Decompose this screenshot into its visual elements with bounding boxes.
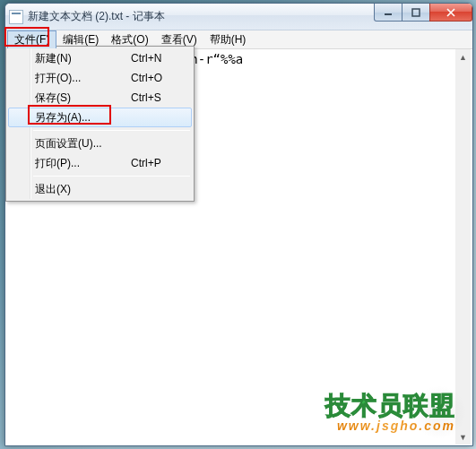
menu-item-pagesetup[interactable]: 页面设置(U)... — [8, 134, 192, 153]
minimize-button[interactable] — [374, 4, 402, 22]
menu-item-save[interactable]: 保存(S) Ctrl+S — [8, 88, 192, 108]
menu-item-label: 另存为(A)... — [35, 110, 130, 125]
menu-file[interactable]: 文件(F) — [7, 30, 56, 48]
dropdown-separator — [33, 130, 190, 131]
window-controls — [375, 4, 472, 22]
menu-item-label: 保存(S) — [35, 91, 131, 106]
svg-rect-1 — [412, 9, 420, 16]
scroll-up-button[interactable]: ▲ — [455, 49, 471, 65]
menu-item-saveas[interactable]: 另存为(A)... — [8, 108, 192, 127]
close-button[interactable] — [429, 4, 472, 22]
maximize-icon — [411, 8, 420, 17]
maximize-button[interactable] — [402, 4, 430, 22]
menu-item-print[interactable]: 打印(P)... Ctrl+P — [8, 153, 192, 173]
close-icon — [446, 8, 456, 17]
menu-item-label: 打开(O)... — [35, 71, 131, 86]
notepad-icon — [9, 10, 23, 24]
menu-item-label: 页面设置(U)... — [35, 136, 131, 151]
titlebar[interactable]: 新建文本文档 (2).txt - 记事本 — [5, 4, 472, 30]
menu-item-shortcut: Ctrl+N — [131, 52, 192, 65]
desktop-background: 新建文本文档 (2).txt - 记事本 文件(F) 编辑(E) 格式(O) 查… — [0, 0, 476, 449]
menu-item-new[interactable]: 新建(N) Ctrl+N — [8, 48, 192, 68]
menu-help[interactable]: 帮助(H) — [203, 30, 253, 48]
dropdown-separator — [33, 176, 190, 177]
svg-rect-0 — [385, 13, 392, 15]
menu-item-exit[interactable]: 退出(X) — [8, 179, 192, 199]
menu-item-label: 打印(P)... — [35, 156, 131, 171]
menu-item-shortcut: Ctrl+S — [131, 91, 192, 104]
menu-item-label: 新建(N) — [35, 51, 131, 66]
menu-item-label: 退出(X) — [35, 182, 131, 197]
file-dropdown: 新建(N) Ctrl+N 打开(O)... Ctrl+O 保存(S) Ctrl+… — [5, 46, 195, 202]
menu-item-open[interactable]: 打开(O)... Ctrl+O — [8, 68, 192, 88]
minimize-icon — [384, 8, 393, 17]
menu-item-shortcut: Ctrl+O — [131, 72, 192, 84]
menu-item-shortcut: Ctrl+P — [131, 157, 192, 169]
vertical-scrollbar[interactable]: ▲ ▼ — [455, 49, 471, 445]
scroll-down-button[interactable]: ▼ — [455, 429, 471, 445]
